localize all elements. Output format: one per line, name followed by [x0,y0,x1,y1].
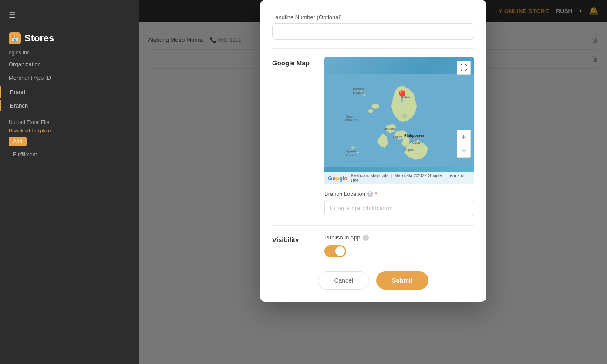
sidebar-add-btn[interactable]: Add [9,137,27,146]
map-fullscreen-btn[interactable]: ⛶ [457,61,471,75]
main-content: Y ONLINE STORE RUSH ▾ 🔔 Alabang Metro Ma… [139,0,607,364]
svg-text:Mindoro: Mindoro [383,127,395,131]
branch-location-label: Branch Location [324,191,365,197]
map-controls: ⛶ [457,61,471,75]
sidebar-branch-label[interactable]: Branch [0,100,139,111]
required-star: * [375,191,377,197]
submit-button[interactable]: Submit [376,271,428,290]
publish-label-row: Publish in App ? [324,234,474,241]
map-section: Google Map [272,57,474,216]
svg-point-2 [371,104,379,109]
map-footer-links: Keyboard shortcuts | Map data ©2022 Goog… [351,173,471,183]
publish-group: Publish in App ? [324,234,474,257]
keyboard-shortcut-link[interactable]: Keyboard shortcuts [351,173,388,178]
map-image[interactable]: Paracel Islands Luzon South China Sea Mi… [324,57,474,184]
sidebar-org: ogies Inc [0,48,139,57]
branch-location-section: Branch Location ? * [324,191,474,216]
sidebar-item-text [0,113,139,117]
svg-point-5 [357,152,359,153]
divider-2 [272,225,474,226]
hamburger-icon[interactable]: ☰ [9,10,16,20]
sidebar-upload: Upload Excel File [0,117,139,128]
landline-input[interactable] [272,23,474,40]
sidebar-merchant-section[interactable]: Merchant App ID [0,71,139,84]
divider-1 [272,48,474,49]
map-section-label: Google Map [272,57,316,67]
svg-point-3 [368,109,373,113]
modal-overlay: Landline Number (Optional) Google Map [139,0,607,364]
svg-text:Islands: Islands [346,153,356,157]
sidebar-header: ☰ [0,7,139,29]
map-svg: Paracel Islands Luzon South China Sea Mi… [324,57,474,184]
svg-text:Paracel: Paracel [353,87,364,91]
sidebar-download-template[interactable]: Download Template [0,128,139,133]
svg-point-7 [363,94,366,96]
cancel-button[interactable]: Cancel [318,271,369,290]
publish-toggle[interactable] [324,245,346,257]
svg-text:Islands: Islands [353,91,363,95]
branch-location-help-icon[interactable]: ? [367,191,373,197]
map-zoom-controls: + − [457,130,471,158]
modal-dialog: Landline Number (Optional) Google Map [260,0,486,302]
visibility-section: Visibility Publish in App ? [272,234,474,257]
map-zoom-in-btn[interactable]: + [457,130,471,144]
publish-in-app-label: Publish in App [324,234,360,241]
svg-point-4 [351,146,355,149]
map-footer: Google Keyboard shortcuts | Map data ©20… [324,172,474,184]
landline-group: Landline Number (Optional) [272,14,474,40]
svg-point-1 [402,113,408,118]
toggle-track [324,245,346,257]
landline-label: Landline Number (Optional) [272,14,474,20]
svg-text:Spratly: Spratly [346,149,356,153]
svg-text:China Sea: China Sea [344,118,359,122]
stores-title-row: 🏪 Stores [0,29,139,48]
svg-text:☞: ☞ [409,138,414,144]
visibility-label: Visibility [272,234,316,243]
sidebar: ☰ 🏪 Stores ogies Inc Organization Mercha… [0,0,139,364]
sidebar-brand-label[interactable]: Brand [0,86,139,98]
toggle-thumb [335,246,345,256]
svg-text:Negros: Negros [404,148,414,152]
google-logo: Google [328,175,347,182]
map-data-text: Map data ©2022 Google [395,173,442,178]
stores-title: Stores [24,33,54,44]
svg-text:Philippines: Philippines [404,133,425,138]
stores-icon: 🏪 [9,32,21,44]
svg-text:South: South [346,115,354,118]
map-pin: 📍 [395,90,410,104]
map-container: Paracel Islands Luzon South China Sea Mi… [324,57,474,216]
map-zoom-out-btn[interactable]: − [457,144,471,158]
publish-help-icon[interactable]: ? [363,235,369,241]
branch-location-input[interactable] [324,200,474,216]
modal-footer: Cancel Submit [272,268,474,290]
svg-text:Panay: Panay [393,135,402,139]
sidebar-fulfillment: Fulfillment [0,150,139,159]
branch-location-label-row: Branch Location ? * [324,191,474,197]
sidebar-org-section[interactable]: Organization [0,57,139,71]
